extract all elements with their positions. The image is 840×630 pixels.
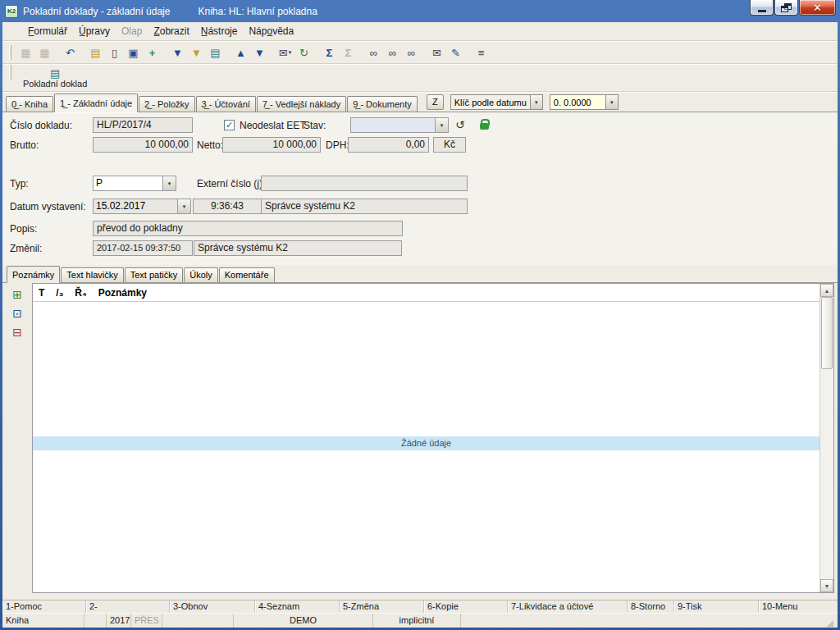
restore-button[interactable] xyxy=(774,0,798,16)
dph-field[interactable]: 0,00 xyxy=(348,137,429,153)
issue-date-label: Datum vystavení: xyxy=(10,199,86,215)
status-value xyxy=(351,118,435,132)
scroll-down-icon[interactable]: ▼ xyxy=(820,579,833,592)
send-message-icon[interactable]: ✉ xyxy=(427,44,446,61)
next-record-icon[interactable]: ▼ xyxy=(250,44,269,61)
filter-icon[interactable]: ▼ xyxy=(168,44,187,61)
chevron-down-icon[interactable]: ▾ xyxy=(530,95,542,109)
mail-menu-icon[interactable]: ✉▾ xyxy=(276,44,294,61)
search-icon[interactable]: ∞ xyxy=(364,44,383,61)
changed-datetime-field[interactable]: 2017-02-15 09:37:50 xyxy=(93,240,193,256)
subtab-text-paticky[interactable]: Text patičky xyxy=(125,267,183,282)
notes-col-type[interactable]: T xyxy=(33,287,50,299)
menu-formular[interactable]: F̲ormulář xyxy=(22,24,73,39)
fkey-6-kopie[interactable]: 6-Kopie xyxy=(424,600,508,613)
close-button[interactable]: ✕ xyxy=(799,0,836,16)
copy-note-icon[interactable]: ⊡ xyxy=(10,307,25,320)
issue-time-field[interactable]: 9:36:43 xyxy=(193,199,262,214)
previous-record-icon[interactable]: ▲ xyxy=(231,44,250,61)
history-icon[interactable]: ↺ xyxy=(455,119,465,130)
scrollbar-track[interactable] xyxy=(820,297,833,579)
menu-zobrazit[interactable]: Z̲obrazit xyxy=(148,24,194,39)
scroll-up-icon[interactable]: ▲ xyxy=(820,284,833,297)
undo-icon[interactable]: ↶ xyxy=(61,44,80,61)
description-field[interactable]: převod do pokladny xyxy=(93,221,403,236)
filter-settings-icon[interactable]: ▼ xyxy=(187,44,206,61)
notes-col-row[interactable]: Ř₄ xyxy=(69,287,92,299)
tab-polozky[interactable]: 2̲ - Položky xyxy=(139,96,194,112)
chevron-down-icon[interactable]: ▾ xyxy=(177,199,190,213)
fkey-10-menu[interactable]: 10-Menu xyxy=(759,600,838,613)
document-number-field[interactable]: HL/P/2017/4 xyxy=(93,117,193,133)
fkey-7-likvidace[interactable]: 7-Likvidace a účtové xyxy=(508,600,628,613)
sort-key-combo[interactable]: Klíč podle datumu ▾ xyxy=(450,94,543,110)
issued-by-field[interactable]: Správce systému K2 xyxy=(261,199,468,214)
fkey-8-storno[interactable]: 8-Storno xyxy=(628,600,674,613)
fkey-9-tisk[interactable]: 9-Tisk xyxy=(674,600,759,613)
search-fulltext-icon[interactable]: ∞ xyxy=(402,44,421,61)
changed-by-field[interactable]: Správce systému K2 xyxy=(194,240,402,256)
menu-upravy[interactable]: Ú̲pravy xyxy=(73,24,116,39)
cash-document-label: Pokladní doklad xyxy=(23,79,87,89)
eet-checkbox[interactable]: ✓ xyxy=(224,120,235,130)
open-folder-icon[interactable]: ▤ xyxy=(86,44,105,61)
insert-note-icon[interactable]: ⊞ xyxy=(10,288,25,301)
notes-col-lines[interactable]: /₃ xyxy=(50,287,69,299)
tab-kniha[interactable]: 0̲ - Kniha xyxy=(6,96,53,112)
notes-col-poznamky[interactable]: Poznámky xyxy=(93,287,153,299)
edit-text-icon[interactable]: ✎ xyxy=(446,44,465,61)
status-empty-1 xyxy=(84,614,107,628)
vertical-scrollbar[interactable]: ▲ ▼ xyxy=(819,284,833,592)
tab-uctovani[interactable]: 3̲ - Účtování xyxy=(196,96,256,112)
tab-vedlejsi-naklady[interactable]: 7̲ - Vedlejší náklady xyxy=(257,96,346,112)
insert-record-icon[interactable]: + xyxy=(143,44,162,61)
sum-icon[interactable]: Σ xyxy=(320,44,339,61)
menu-nastroje[interactable]: N̲ástroje xyxy=(195,24,244,39)
subtab-poznamky[interactable]: Poznámky xyxy=(7,266,60,283)
issue-date-combo[interactable]: 15.02.2017 ▾ xyxy=(93,199,191,214)
tab-dokumenty[interactable]: 9̲ - Dokumenty xyxy=(347,96,418,112)
menu-napoveda[interactable]: Nápo̲věda xyxy=(243,24,299,39)
copy-document-icon[interactable]: ▣ xyxy=(124,44,143,61)
fkey-2[interactable]: 2- xyxy=(86,600,170,613)
z-button[interactable]: Z xyxy=(427,94,444,110)
subtab-ukoly[interactable]: Úkoly xyxy=(184,267,218,282)
delete-note-icon[interactable]: ⊟ xyxy=(10,326,25,339)
eet-checkbox-label[interactable]: Neodeslat EET xyxy=(240,118,306,134)
rate-combo[interactable]: 0. 0.0000 ▾ xyxy=(550,94,619,110)
external-number-field[interactable] xyxy=(261,176,468,191)
app-window: K2 Pokladní doklady - základní údaje Kni… xyxy=(0,0,840,630)
column-settings-icon[interactable]: ≡ xyxy=(472,44,491,61)
type-combo[interactable]: P ▾ xyxy=(93,176,176,191)
menu-olap: Olap xyxy=(116,24,148,39)
minimize-button[interactable] xyxy=(750,0,774,16)
restore-icon xyxy=(781,3,792,12)
netto-field[interactable]: 10 000,00 xyxy=(222,137,321,153)
subtab-komentare[interactable]: Komentáře xyxy=(219,267,275,282)
chevron-down-icon[interactable]: ▾ xyxy=(605,95,618,109)
tab-zakladni-udaje[interactable]: 1̲ - Základní údaje xyxy=(54,94,138,112)
currency-field[interactable]: Kč xyxy=(433,137,466,153)
resize-grip-icon[interactable]: ◢ xyxy=(827,618,834,628)
external-number-label: Externí číslo (j): xyxy=(197,176,265,192)
books-icon[interactable]: ▤ xyxy=(206,44,225,61)
cash-document-button[interactable]: ▤ Pokladní doklad xyxy=(16,65,94,91)
function-key-bar: 1-Pomoc 2- 3-Obnov 4-Seznam 5-Změna 6-Ko… xyxy=(2,600,838,613)
fkey-5-zmena[interactable]: 5-Změna xyxy=(340,600,424,613)
fkey-4-seznam[interactable]: 4-Seznam xyxy=(255,600,340,613)
scrollbar-thumb[interactable] xyxy=(821,297,833,369)
fkey-3-obnov[interactable]: 3-Obnov xyxy=(170,600,255,613)
lock-icon xyxy=(480,123,489,130)
brutto-label: Brutto: xyxy=(10,138,39,153)
search-next-icon[interactable]: ∞ xyxy=(383,44,402,61)
fkey-1-pomoc[interactable]: 1-Pomoc xyxy=(2,600,86,613)
toolbar-grip[interactable] xyxy=(9,45,11,60)
status-combo[interactable]: ▾ xyxy=(350,117,449,133)
actions-icon[interactable]: ↻ xyxy=(294,44,313,61)
chevron-down-icon[interactable]: ▾ xyxy=(435,118,448,132)
brutto-field[interactable]: 10 000,00 xyxy=(93,137,193,153)
subtab-text-hlavicky[interactable]: Text hlavičky xyxy=(61,267,123,282)
chevron-down-icon[interactable]: ▾ xyxy=(162,176,176,190)
toolbar-grip[interactable] xyxy=(9,65,11,80)
new-document-icon[interactable]: ▯ xyxy=(105,44,124,61)
